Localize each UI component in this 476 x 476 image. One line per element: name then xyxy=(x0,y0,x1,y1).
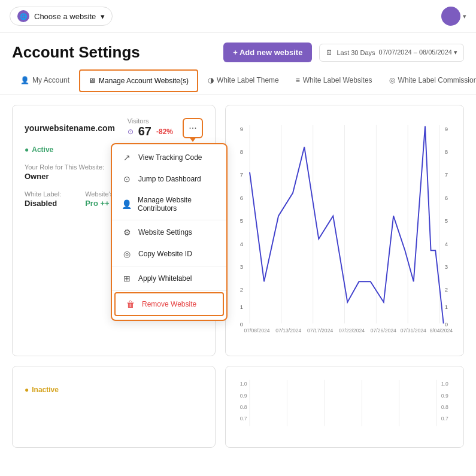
svg-text:1.0: 1.0 xyxy=(441,381,448,387)
tab-white-label-commission-label: White Label Commission xyxy=(398,76,476,84)
tab-white-label-theme[interactable]: ◑ White Label Theme xyxy=(199,70,287,92)
svg-text:2: 2 xyxy=(445,286,448,293)
visitors-change: -82% xyxy=(156,128,173,136)
svg-text:8: 8 xyxy=(240,148,243,155)
svg-text:5: 5 xyxy=(240,217,243,224)
menu-item-copy-website-id[interactable]: ◎ Copy Website ID xyxy=(112,243,226,265)
inactive-status-label: Inactive xyxy=(32,386,59,394)
svg-text:0.7: 0.7 xyxy=(240,416,247,422)
svg-text:2: 2 xyxy=(240,286,243,293)
svg-text:6: 6 xyxy=(445,195,448,201)
menu-item-view-tracking-label: View Tracking Code xyxy=(138,153,202,162)
tab-manage-account-websites[interactable]: 🖥 Manage Account Website(s) xyxy=(79,69,198,92)
svg-text:5: 5 xyxy=(445,217,448,224)
user-avatar[interactable] xyxy=(441,7,460,26)
manage-websites-icon: 🖥 xyxy=(89,77,96,85)
svg-text:7: 7 xyxy=(445,171,448,178)
menu-item-remove-website-label: Remove Website xyxy=(142,300,196,308)
dashboard-icon: ⊙ xyxy=(122,174,132,184)
svg-text:1: 1 xyxy=(240,304,243,310)
svg-text:9: 9 xyxy=(240,126,243,132)
svg-text:0: 0 xyxy=(445,321,448,328)
svg-text:3: 3 xyxy=(240,263,243,270)
date-range-label: Last 30 Days xyxy=(336,49,375,56)
svg-text:07/22/2024: 07/22/2024 xyxy=(339,328,365,333)
svg-text:07/13/2024: 07/13/2024 xyxy=(275,328,301,333)
svg-text:07/31/2024: 07/31/2024 xyxy=(401,328,426,333)
date-range-picker[interactable]: 🗓 Last 30 Days 07/07/2024 – 08/05/2024 ▾ xyxy=(319,44,464,62)
svg-text:4: 4 xyxy=(240,241,244,247)
white-label-theme-icon: ◑ xyxy=(208,76,214,84)
svg-text:0.9: 0.9 xyxy=(240,393,247,399)
website-card-secondary: ● Inactive xyxy=(12,366,216,448)
menu-item-apply-whitelabel-label: Apply Whitelabel xyxy=(138,274,192,283)
secondary-chart: 1.0 0.9 0.8 0.7 1.0 0.9 0.8 0.7 xyxy=(235,376,454,436)
chart-area-secondary: 1.0 0.9 0.8 0.7 1.0 0.9 0.8 0.7 xyxy=(225,366,464,448)
contributors-icon: 👤 xyxy=(122,199,132,209)
three-dots-button[interactable]: ··· xyxy=(183,118,203,138)
menu-item-copy-website-id-label: Copy Website ID xyxy=(138,250,192,258)
date-range-value: 07/07/2024 – 08/05/2024 ▾ xyxy=(379,48,457,56)
svg-text:3: 3 xyxy=(445,263,448,270)
tab-white-label-websites[interactable]: ≡ White Label Websites xyxy=(287,70,381,92)
svg-text:1.0: 1.0 xyxy=(240,381,247,387)
svg-text:1: 1 xyxy=(445,304,448,310)
page-title: Account Settings xyxy=(12,43,140,62)
tab-white-label-websites-label: White Label Websites xyxy=(303,76,372,84)
page-header: Account Settings + Add new website 🗓 Las… xyxy=(0,33,476,67)
tab-white-label-theme-label: White Label Theme xyxy=(217,76,279,84)
context-dropdown-menu: ↗ View Tracking Code ⊙ Jump to Dashboard… xyxy=(111,143,228,321)
navigation-tabs: 👤 My Account 🖥 Manage Account Website(s)… xyxy=(0,67,476,95)
visitors-dot-icon: ⊙ xyxy=(128,128,134,136)
svg-text:07/17/2024: 07/17/2024 xyxy=(307,328,333,333)
choose-website-dropdown[interactable]: 🌐 Choose a website ▾ xyxy=(10,7,113,26)
menu-arrow-indicator xyxy=(189,137,196,142)
top-navigation: 🌐 Choose a website ▾ ▾ xyxy=(0,0,476,33)
svg-text:0.7: 0.7 xyxy=(441,416,448,422)
visitors-chart: 9 8 7 6 5 4 3 2 1 0 9 8 7 6 5 4 3 2 1 0 xyxy=(235,115,454,336)
menu-item-apply-whitelabel[interactable]: ⊞ Apply Whitelabel xyxy=(112,268,226,289)
chevron-down-icon: ▾ xyxy=(101,12,105,21)
settings-icon: ⚙ xyxy=(122,228,132,237)
header-actions: + Add new website 🗓 Last 30 Days 07/07/2… xyxy=(223,43,464,62)
svg-text:9: 9 xyxy=(445,126,448,132)
tab-manage-account-websites-label: Manage Account Website(s) xyxy=(99,77,189,85)
svg-text:07/26/2024: 07/26/2024 xyxy=(371,328,396,333)
inactive-dot-icon: ● xyxy=(25,386,29,394)
menu-item-remove-website[interactable]: 🗑 Remove Website xyxy=(114,292,224,316)
white-label-col: White Label: Disabled xyxy=(25,190,61,208)
tracking-icon: ↗ xyxy=(122,153,132,162)
add-new-website-button[interactable]: + Add new website xyxy=(223,43,312,62)
svg-text:0.9: 0.9 xyxy=(441,393,448,399)
user-avatar-area[interactable]: ▾ xyxy=(441,7,466,26)
tab-white-label-commission[interactable]: ◎ White Label Commission xyxy=(381,70,476,92)
svg-text:0: 0 xyxy=(240,321,243,328)
copy-icon: ◎ xyxy=(122,249,132,259)
chart-area-primary: 9 8 7 6 5 4 3 2 1 0 9 8 7 6 5 4 3 2 1 0 xyxy=(225,105,464,356)
whitelabel-icon: ⊞ xyxy=(122,274,132,283)
menu-item-manage-contributors[interactable]: 👤 Manage Website Contributors xyxy=(112,190,226,219)
menu-item-website-settings-label: Website Settings xyxy=(138,228,192,237)
main-content-area: yourwebsitename.com Visitors ⊙ 67 -82% ·… xyxy=(0,95,476,366)
divider-3 xyxy=(112,290,226,291)
white-label-websites-icon: ≡ xyxy=(296,76,300,84)
choose-website-label: Choose a website xyxy=(34,12,96,21)
svg-text:07/08/2024: 07/08/2024 xyxy=(244,328,269,333)
website-name: yourwebsitename.com xyxy=(25,123,115,133)
divider-2 xyxy=(112,266,226,266)
menu-item-manage-contributors-label: Manage Website Contributors xyxy=(138,196,217,213)
menu-item-website-settings[interactable]: ⚙ Website Settings xyxy=(112,222,226,243)
menu-item-jump-dashboard[interactable]: ⊙ Jump to Dashboard xyxy=(112,168,226,190)
menu-item-view-tracking[interactable]: ↗ View Tracking Code xyxy=(112,147,226,168)
tab-my-account[interactable]: 👤 My Account xyxy=(12,70,78,92)
white-label-commission-icon: ◎ xyxy=(389,76,395,84)
divider-1 xyxy=(112,220,226,220)
svg-text:0.8: 0.8 xyxy=(240,404,247,410)
visitors-count: 67 xyxy=(138,125,151,138)
white-label-label: White Label: xyxy=(25,190,61,198)
svg-text:0.8: 0.8 xyxy=(441,404,448,410)
white-label-value: Disabled xyxy=(25,199,61,208)
globe-icon: 🌐 xyxy=(17,10,29,22)
status-label: Active xyxy=(32,145,53,154)
user-chevron-icon: ▾ xyxy=(463,13,466,20)
